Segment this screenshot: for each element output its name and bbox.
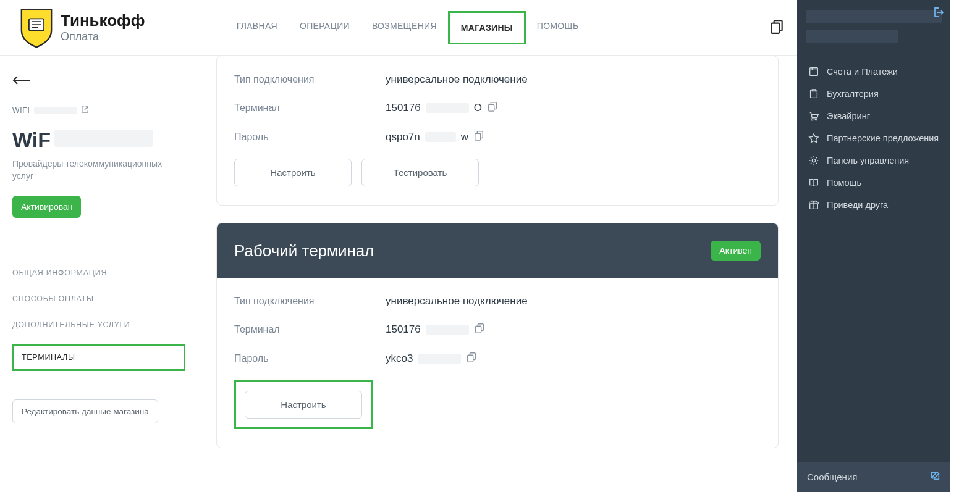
svg-point-14 [815,119,817,120]
redacted-text [54,130,153,147]
copy-icon[interactable] [487,101,498,115]
sidenav-payment-methods[interactable]: СПОСОБЫ ОПЛАТЫ [12,286,185,312]
svg-rect-2 [771,23,779,33]
copy-icon[interactable] [473,130,484,144]
card-title: Рабочий терминал [234,241,374,261]
redacted-text [426,325,469,335]
terminal-label: Терминал [234,324,386,335]
brand-shield-icon [19,10,54,46]
terminal-value-suffix: O [474,102,482,114]
terminal-label: Терминал [234,102,386,114]
nav-shops[interactable]: МАГАЗИНЫ [448,11,526,44]
rp-item-label: Эквайринг [827,111,870,121]
card-header: Рабочий терминал Активен [217,223,778,278]
nav-operations[interactable]: ОПЕРАЦИИ [289,11,361,44]
svg-point-15 [812,159,815,162]
svg-rect-6 [475,133,481,140]
test-button[interactable]: Тестировать [361,159,479,186]
password-value-prefix: ykco3 [386,352,413,365]
rp-item-bookkeeping[interactable]: Бухгалтерия [802,83,945,105]
password-value: qspo7n w [386,130,484,144]
brand-name: Тинькофф [61,12,145,29]
svg-rect-8 [475,326,481,333]
configure-button[interactable]: Настроить [234,159,352,186]
terminal-value: 150176 O [386,101,498,115]
brand-logo[interactable]: Тинькофф Оплата [19,10,145,46]
configure-button[interactable]: Настроить [245,391,362,419]
redacted-text [806,10,942,23]
rp-item-acquiring[interactable]: Эквайринг [802,105,945,127]
account-block [797,0,950,56]
right-panel-menu: Счета и Платежи Бухгалтерия Эквайринг Па… [797,56,950,221]
rp-item-label: Партнерские предложения [827,133,939,143]
terminal-value-prefix: 150176 [386,323,421,336]
logout-icon[interactable] [932,6,944,21]
svg-point-13 [811,119,813,120]
highlighted-area: Настроить [234,380,373,429]
password-value: ykco3 [386,351,477,365]
left-sidebar: WIFI WiF Провайдеры телекоммуникационных… [0,56,198,492]
nav-main[interactable]: ГЛАВНАЯ [226,11,289,44]
edit-shop-button[interactable]: Редактировать данные магазина [12,399,158,423]
svg-rect-4 [489,104,494,111]
copy-stack-icon[interactable] [769,19,785,37]
rp-item-label: Панель управления [827,156,909,165]
brand-product: Оплата [61,31,145,43]
redacted-text [34,107,77,114]
shop-code-label: WIFI [12,106,30,115]
main-content: Тип подключения универсальное подключени… [198,56,797,492]
svg-rect-11 [810,68,818,76]
back-arrow-icon[interactable] [12,70,31,90]
rp-item-label: Приведи друга [827,200,888,210]
copy-icon[interactable] [466,351,477,365]
rp-item-refer-friend[interactable]: Приведи друга [802,194,945,216]
nav-help[interactable]: ПОМОЩЬ [526,11,590,44]
terminal-value-prefix: 150176 [386,102,421,114]
right-panel: Счета и Платежи Бухгалтерия Эквайринг Па… [797,0,950,492]
compose-icon[interactable] [929,470,940,483]
redacted-text [418,354,461,364]
conn-type-value: универсальное подключение [386,295,528,307]
shop-description: Провайдеры телекоммуникационных услуг [12,158,173,182]
password-value-prefix: qspo7n [386,131,420,143]
sidenav-additional-services[interactable]: ДОПОЛНИТЕЛЬНЫЕ УСЛУГИ [12,312,185,338]
password-label: Пароль [234,131,386,143]
sidenav-general-info[interactable]: ОБЩАЯ ИНФОРМАЦИЯ [12,260,185,286]
rp-item-label: Счета и Платежи [827,67,898,77]
messages-label: Сообщения [807,472,857,482]
conn-type-label: Тип подключения [234,296,386,307]
working-terminal-card: Рабочий терминал Активен Тип подключения… [216,223,779,448]
sidenav-terminals[interactable]: ТЕРМИНАЛЫ [12,344,185,371]
redacted-text [806,30,898,43]
rp-item-label: Бухгалтерия [827,89,879,99]
conn-type-label: Тип подключения [234,74,386,85]
copy-icon[interactable] [474,322,485,336]
side-navigation: ОБЩАЯ ИНФОРМАЦИЯ СПОСОБЫ ОПЛАТЫ ДОПОЛНИТ… [12,260,185,371]
external-link-icon[interactable] [81,106,89,115]
shop-code: WIFI [12,106,185,115]
conn-type-value: универсальное подключение [386,73,528,86]
nav-refunds[interactable]: ВОЗМЕЩЕНИЯ [361,11,448,44]
password-label: Пароль [234,353,386,364]
rp-item-label: Помощь [827,178,861,188]
topbar: Тинькофф Оплата ГЛАВНАЯ ОПЕРАЦИИ ВОЗМЕЩЕ… [0,0,797,56]
terminal-card: Тип подключения универсальное подключени… [216,56,779,206]
redacted-text [426,103,469,113]
terminal-value: 150176 [386,322,485,336]
shop-title-prefix: WiF [12,128,51,152]
top-navigation: ГЛАВНАЯ ОПЕРАЦИИ ВОЗМЕЩЕНИЯ МАГАЗИНЫ ПОМ… [226,11,590,44]
shop-title: WiF [12,128,185,152]
rp-item-partner-offers[interactable]: Партнерские предложения [802,127,945,149]
svg-rect-10 [468,355,473,362]
rp-item-control-panel[interactable]: Панель управления [802,149,945,172]
status-badge: Активирован [12,196,81,218]
rp-item-help[interactable]: Помощь [802,172,945,194]
password-value-suffix: w [461,131,468,143]
redacted-text [425,132,456,142]
messages-footer[interactable]: Сообщения [797,462,950,492]
rp-item-accounts[interactable]: Счета и Платежи [802,60,945,83]
active-badge: Активен [711,241,761,261]
